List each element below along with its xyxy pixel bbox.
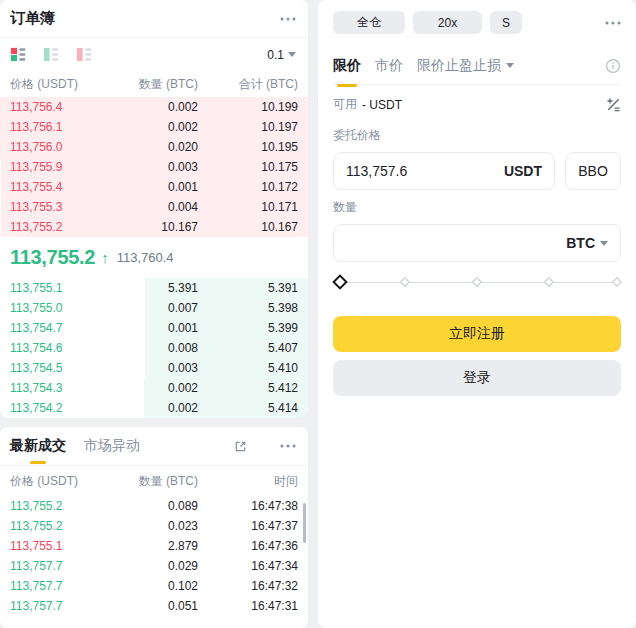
precision-value: 0.1 <box>267 48 284 62</box>
total-cell: 5.398 <box>198 301 298 315</box>
qty-cell: 0.102 <box>106 579 198 593</box>
total-cell: 5.407 <box>198 341 298 355</box>
ask-row[interactable]: 113,755.30.00410.171 <box>0 197 308 217</box>
margin-mode-button[interactable]: 全仓 <box>333 11 405 34</box>
trade-row[interactable]: 113,757.70.05116:47:31 <box>0 596 308 616</box>
tab-stop-limit-label: 限价止盈止损 <box>417 57 501 75</box>
ask-row[interactable]: 113,755.90.00310.175 <box>0 157 308 177</box>
qty-cell: 0.002 <box>106 120 198 134</box>
popout-icon <box>233 439 248 454</box>
login-button[interactable]: 登录 <box>333 360 621 396</box>
trade-row[interactable]: 113,757.70.10216:47:32 <box>0 576 308 596</box>
trade-row[interactable]: 113,755.20.02316:47:37 <box>0 516 308 536</box>
amount-input[interactable]: BTC <box>333 224 621 262</box>
amount-unit-dropdown[interactable]: BTC <box>566 235 608 251</box>
trades-scrollbar[interactable] <box>303 503 306 543</box>
col-price: 价格 (USDT) <box>10 473 106 490</box>
leverage-button[interactable]: 20x <box>413 11 482 34</box>
tab-limit[interactable]: 限价 <box>333 57 361 75</box>
convert-button[interactable] <box>606 97 621 112</box>
total-cell: 5.410 <box>198 361 298 375</box>
price-cell: 113,756.1 <box>10 120 106 134</box>
panel-more-button[interactable] <box>605 21 621 25</box>
bid-row[interactable]: 113,754.30.0025.412 <box>0 378 308 398</box>
total-cell: 5.414 <box>198 401 298 415</box>
tab-stop-limit[interactable]: 限价止盈止损 <box>417 57 514 75</box>
order-book-more-button[interactable] <box>280 17 296 21</box>
slider-stop-25[interactable] <box>400 277 410 287</box>
precision-dropdown[interactable]: 0.1 <box>267 48 296 62</box>
order-book-column-headers: 价格 (USDT) 数量 (BTC) 合计 (BTC) <box>0 71 308 97</box>
plus-minus-convert-icon <box>606 97 621 112</box>
price-cell: 113,756.4 <box>10 100 106 114</box>
total-cell: 10.199 <box>198 100 298 114</box>
price-cell: 113,755.2 <box>10 220 106 234</box>
ask-row[interactable]: 113,755.210.16710.167 <box>0 217 308 237</box>
ask-row[interactable]: 113,755.40.00110.172 <box>0 177 308 197</box>
col-time: 时间 <box>198 473 298 490</box>
qty-cell: 0.002 <box>106 401 198 415</box>
price-cell: 113,757.7 <box>10 599 106 613</box>
last-price-row[interactable]: 113,755.2 ↑ 113,760.4 <box>0 237 308 278</box>
ask-row[interactable]: 113,756.40.00210.199 <box>0 97 308 117</box>
trade-row[interactable]: 113,757.70.02916:47:34 <box>0 556 308 576</box>
price-cell: 113,754.2 <box>10 401 106 415</box>
info-button[interactable] <box>605 58 621 74</box>
position-mode-button[interactable]: S <box>490 11 522 34</box>
book-view-bids-icon <box>43 46 60 63</box>
bid-row[interactable]: 113,755.15.3915.391 <box>0 278 308 298</box>
price-input[interactable]: 113,757.6 USDT <box>333 152 555 190</box>
bid-row[interactable]: 113,754.50.0035.410 <box>0 358 308 378</box>
time-cell: 16:47:32 <box>198 579 298 593</box>
trades-header: 最新成交 市场异动 <box>0 427 308 466</box>
qty-cell: 0.001 <box>106 180 198 194</box>
left-column: 订单簿 <box>0 0 308 628</box>
tab-market-moves[interactable]: 市场异动 <box>84 437 140 455</box>
total-cell: 10.171 <box>198 200 298 214</box>
book-view-asks-button[interactable] <box>76 46 93 63</box>
qty-cell: 0.020 <box>106 140 198 154</box>
total-cell: 10.167 <box>198 220 298 234</box>
qty-cell: 0.003 <box>106 361 198 375</box>
qty-cell: 0.029 <box>106 559 198 573</box>
total-cell: 10.197 <box>198 120 298 134</box>
bbo-button[interactable]: BBO <box>565 152 621 190</box>
slider-stop-75[interactable] <box>544 277 554 287</box>
trades-card: 最新成交 市场异动 价格 (USDT) 数量 (BTC) 时间 113 <box>0 427 308 628</box>
popout-button[interactable] <box>233 439 248 454</box>
time-cell: 16:47:31 <box>198 599 298 613</box>
bid-row[interactable]: 113,754.60.0085.407 <box>0 338 308 358</box>
register-button[interactable]: 立即注册 <box>333 316 621 352</box>
order-type-tabs: 限价 市价 限价止盈止损 <box>333 55 621 85</box>
slider-stop-100[interactable] <box>612 277 622 287</box>
total-cell: 10.172 <box>198 180 298 194</box>
tab-recent-trades[interactable]: 最新成交 <box>10 437 66 455</box>
ask-row[interactable]: 113,756.00.02010.195 <box>0 137 308 157</box>
bid-row[interactable]: 113,754.20.0025.414 <box>0 398 308 418</box>
trades-more-button[interactable] <box>280 444 296 448</box>
bid-row[interactable]: 113,755.00.0075.398 <box>0 298 308 318</box>
price-cell: 113,755.4 <box>10 180 106 194</box>
amount-input-row: BTC <box>333 224 621 262</box>
ask-row[interactable]: 113,756.10.00210.197 <box>0 117 308 137</box>
amount-label: 数量 <box>333 199 621 216</box>
ellipsis-icon <box>280 444 296 448</box>
price-input-row: 113,757.6 USDT BBO <box>333 152 621 190</box>
trade-row[interactable]: 113,755.12.87916:47:36 <box>0 536 308 556</box>
qty-cell: 0.002 <box>106 381 198 395</box>
book-view-bids-button[interactable] <box>43 46 60 63</box>
price-up-arrow-icon: ↑ <box>101 249 109 266</box>
price-cell: 113,756.0 <box>10 140 106 154</box>
tab-market[interactable]: 市价 <box>375 57 403 75</box>
bid-row[interactable]: 113,754.70.0015.399 <box>0 318 308 338</box>
trade-panel: 全仓 20x S 限价 市价 限价止盈止损 <box>318 0 636 628</box>
book-view-both-button[interactable] <box>10 46 27 63</box>
chevron-down-icon <box>600 241 608 246</box>
price-cell: 113,755.1 <box>10 539 106 553</box>
info-icon <box>605 58 621 74</box>
slider-handle[interactable] <box>332 274 348 290</box>
chevron-down-icon <box>506 63 514 68</box>
trade-row[interactable]: 113,755.20.08916:47:38 <box>0 496 308 516</box>
slider-stop-50[interactable] <box>472 277 482 287</box>
amount-slider[interactable] <box>333 275 621 289</box>
